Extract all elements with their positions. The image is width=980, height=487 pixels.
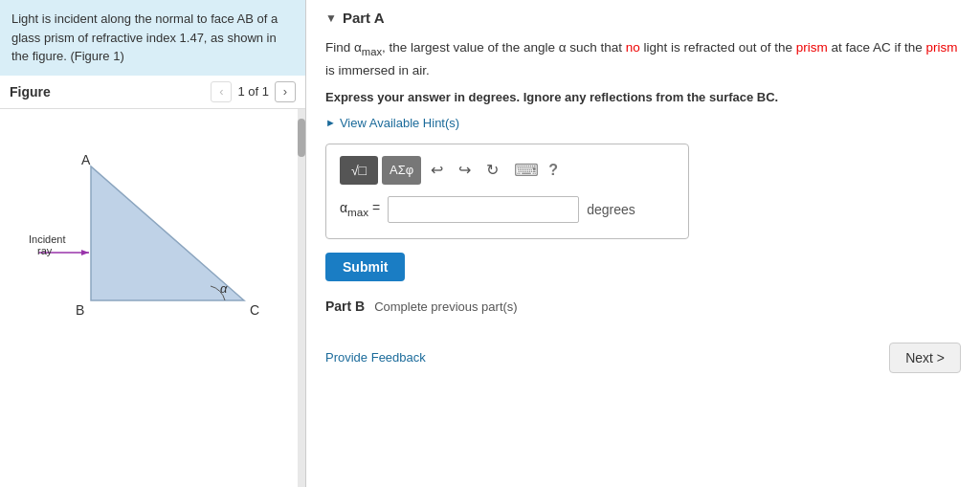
part-a-title: Part A: [343, 10, 385, 26]
prism-highlight-1: prism: [796, 40, 828, 55]
hint-text: View Available Hint(s): [340, 116, 459, 130]
figure-label: Figure: [10, 84, 51, 100]
part-b-note: Complete previous part(s): [374, 299, 518, 314]
submit-button[interactable]: Submit: [325, 253, 405, 281]
next-button[interactable]: Next >: [889, 343, 961, 373]
undo-button[interactable]: ↩: [425, 156, 449, 185]
problem-description: Light is incident along the normal to fa…: [0, 0, 305, 76]
no-highlight: no: [626, 40, 640, 55]
problem-text: Light is incident along the normal to fa…: [11, 11, 278, 63]
figure-page-indicator: 1 of 1: [237, 84, 269, 99]
help-icon: ?: [548, 162, 558, 178]
redo-icon: ↪: [458, 161, 471, 179]
part-b-section: Part B Complete previous part(s): [325, 299, 961, 314]
problem-statement: Find αmax, the largest value of the angl…: [325, 37, 961, 80]
next-label: Next >: [905, 350, 945, 365]
figure-scroll-inner: A B C α Incident ray: [0, 109, 305, 488]
refresh-button[interactable]: ↻: [480, 156, 504, 185]
refresh-icon: ↻: [486, 161, 499, 179]
express-answer: Express your answer in degrees. Ignore a…: [325, 90, 961, 104]
left-panel: Light is incident along the normal to fa…: [0, 0, 306, 487]
figure-container: A B C α Incident ray: [0, 109, 305, 488]
help-button[interactable]: ?: [548, 162, 558, 179]
undo-icon: ↩: [431, 161, 443, 179]
scrollbar-track[interactable]: [298, 109, 305, 488]
alpha-subscript: max: [362, 46, 382, 57]
figure-header: Figure ‹ 1 of 1 ›: [0, 76, 305, 109]
prism-shape: [91, 166, 244, 300]
sqrt-button[interactable]: √□: [340, 156, 378, 185]
figure-next-button[interactable]: ›: [275, 81, 296, 102]
footer-actions: Provide Feedback Next >: [325, 343, 961, 373]
symbol-button[interactable]: AΣφ: [382, 156, 421, 185]
figure-nav: ‹ 1 of 1 ›: [211, 81, 296, 102]
figure-svg: A B C α Incident ray: [24, 138, 282, 339]
redo-button[interactable]: ↪: [453, 156, 477, 185]
label-c: C: [250, 302, 259, 318]
incident-ray-arrowhead: [81, 250, 89, 255]
answer-box: √□ AΣφ ↩ ↪ ↻ ⌨ ? αmax = degrees: [325, 144, 689, 239]
figure-total: 1: [262, 84, 269, 99]
ray-label: ray: [37, 245, 53, 256]
label-a: A: [81, 152, 91, 167]
label-b: B: [76, 302, 84, 318]
figure-page-num: 1: [237, 84, 244, 99]
feedback-link[interactable]: Provide Feedback: [325, 350, 426, 365]
input-row: αmax = degrees: [340, 196, 675, 223]
right-panel: ▼ Part A Find αmax, the largest value of…: [306, 0, 980, 487]
collapse-arrow-icon[interactable]: ▼: [325, 11, 337, 25]
sqrt-icon: √□: [351, 163, 367, 178]
scrollbar-thumb[interactable]: [298, 119, 305, 157]
figure-prev-button[interactable]: ‹: [211, 81, 232, 102]
part-a-header: ▼ Part A: [325, 10, 961, 26]
symbol-label: AΣφ: [390, 163, 413, 177]
hint-arrow-icon: ►: [325, 117, 336, 128]
prism-highlight-2: prism: [926, 40, 958, 55]
part-b-title: Part B: [325, 299, 365, 314]
unit-label: degrees: [587, 202, 635, 217]
alpha-input[interactable]: [388, 196, 579, 223]
keyboard-icon[interactable]: ⌨: [508, 156, 545, 185]
hint-link[interactable]: ► View Available Hint(s): [325, 116, 459, 130]
incident-label: Incident: [29, 233, 66, 245]
input-label: αmax =: [340, 200, 380, 218]
toolbar: √□ AΣφ ↩ ↪ ↻ ⌨ ?: [340, 156, 675, 185]
alpha-label: α: [220, 281, 228, 296]
